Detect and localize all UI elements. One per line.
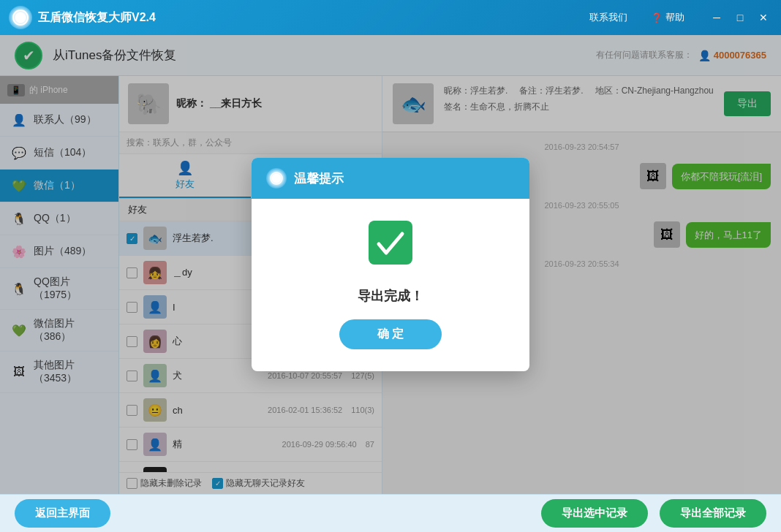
title-bar: 互盾微信恢复大师V2.4 联系我们 ❓ 帮助 ─ □ ✕ <box>0 0 781 35</box>
svg-rect-4 <box>369 221 412 265</box>
modal-body: 导出完成！ 确 定 <box>252 199 529 371</box>
titlebar-actions: 联系我们 ❓ 帮助 ─ □ ✕ <box>584 8 772 27</box>
bottom-bar: 返回主界面 导出选中记录 导出全部记录 <box>0 494 781 532</box>
minimize-button[interactable]: ─ <box>708 9 725 26</box>
app-logo <box>9 6 32 29</box>
modal: 温馨提示 导出完成！ 确 定 <box>252 158 529 371</box>
modal-logo <box>266 168 287 189</box>
contact-us-button[interactable]: 联系我们 <box>584 8 633 27</box>
svg-point-1 <box>17 14 24 21</box>
modal-message: 导出完成！ <box>358 287 423 305</box>
modal-ok-button[interactable]: 确 定 <box>339 319 442 349</box>
modal-success-icon <box>369 221 412 273</box>
help-button[interactable]: ❓ 帮助 <box>645 8 690 27</box>
app-title: 互盾微信恢复大师V2.4 <box>38 10 584 26</box>
svg-point-3 <box>273 175 279 181</box>
maximize-button[interactable]: □ <box>731 9 749 26</box>
window-controls: ─ □ ✕ <box>708 9 772 26</box>
modal-header: 温馨提示 <box>252 158 529 199</box>
export-selected-button[interactable]: 导出选中记录 <box>541 499 648 528</box>
modal-overlay: 温馨提示 导出完成！ 确 定 <box>0 35 781 494</box>
export-all-button[interactable]: 导出全部记录 <box>660 499 766 528</box>
back-button[interactable]: 返回主界面 <box>15 499 110 528</box>
modal-title: 温馨提示 <box>294 170 344 187</box>
close-button[interactable]: ✕ <box>755 9 772 26</box>
